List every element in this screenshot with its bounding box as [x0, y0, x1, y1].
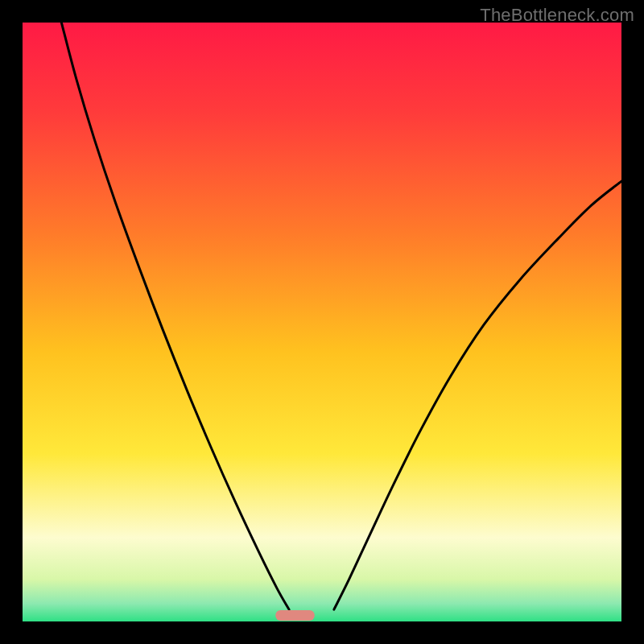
curve-left-branch	[61, 23, 289, 609]
curve-right-branch	[334, 181, 621, 609]
optimum-marker	[275, 610, 314, 621]
chart-frame	[23, 23, 621, 621]
chart-curve-layer	[23, 23, 621, 621]
watermark-text: TheBottleneck.com	[480, 5, 634, 26]
